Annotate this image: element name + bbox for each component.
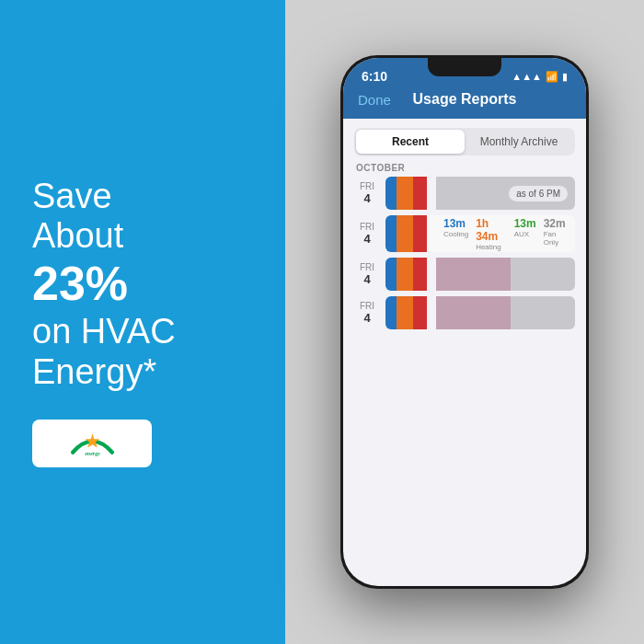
gray-segment xyxy=(511,296,575,329)
right-panel: 6:10 ▲▲▲ 📶 ▮ Done Usage Reports Recent M… xyxy=(285,0,644,644)
day-num: 4 xyxy=(354,272,380,286)
wifi-icon: 📶 xyxy=(546,71,558,83)
stat-item-aux: 13m AUX xyxy=(514,217,536,251)
stat-item-heating: 1h 34m Heating xyxy=(476,217,507,251)
fan-label: Fan Only xyxy=(544,230,568,247)
done-button[interactable]: Done xyxy=(358,92,391,108)
aux-segment xyxy=(413,296,427,329)
heating-value: 1h 34m xyxy=(476,217,507,243)
save-line1: Save xyxy=(32,177,112,215)
segment-control: Recent Monthly Archive xyxy=(354,128,575,155)
cooling-segment xyxy=(385,258,397,291)
day-label: FRI 4 xyxy=(354,301,380,325)
day-name: FRI xyxy=(354,181,380,191)
battery-icon: ▮ xyxy=(562,71,568,83)
left-panel: Save About 23% on HVAC Energy* energy xyxy=(0,0,285,644)
fan-value: 32m xyxy=(544,217,568,230)
day-label: FRI 4 xyxy=(354,222,380,246)
page-title: Usage Reports xyxy=(413,91,517,108)
usage-bar xyxy=(385,258,575,291)
table-row: FRI 4 13m Cooling xyxy=(354,215,575,252)
stats-group: 13m Cooling 1h 34m Heating 13m AUX xyxy=(436,217,575,251)
mauve-segment xyxy=(436,296,511,329)
save-text: Save About 23% on HVAC Energy* xyxy=(32,177,258,393)
energy-star-badge: energy xyxy=(32,420,152,467)
energy-star-icon: energy xyxy=(67,429,118,456)
tab-recent[interactable]: Recent xyxy=(356,130,465,154)
table-row: FRI 4 as of 6 PM xyxy=(354,177,575,210)
percent-value: 23% xyxy=(32,257,128,310)
table-row: FRI 4 xyxy=(354,296,575,329)
usage-bar: as of 6 PM xyxy=(385,177,575,210)
section-label: OCTOBER xyxy=(356,163,575,173)
energy-star-logo: energy xyxy=(67,429,118,456)
colored-segments xyxy=(385,177,436,210)
heating-segment xyxy=(397,177,413,210)
phone-screen: 6:10 ▲▲▲ 📶 ▮ Done Usage Reports Recent M… xyxy=(343,58,586,586)
aux-value: 13m xyxy=(514,217,536,230)
colored-segments xyxy=(385,258,436,291)
heating-label: Heating xyxy=(476,243,507,251)
colored-segments xyxy=(385,296,436,329)
save-line2: About xyxy=(32,216,123,255)
svg-marker-0 xyxy=(85,433,98,447)
day-name: FRI xyxy=(354,262,380,272)
app-header: Done Usage Reports xyxy=(343,84,586,119)
phone-mockup: 6:10 ▲▲▲ 📶 ▮ Done Usage Reports Recent M… xyxy=(340,55,589,589)
day-num: 4 xyxy=(354,232,380,246)
day-name: FRI xyxy=(354,301,380,311)
save-line4: Energy* xyxy=(32,352,156,391)
svg-text:energy: energy xyxy=(85,451,100,456)
cooling-label: Cooling xyxy=(443,230,468,238)
heating-segment xyxy=(397,258,413,291)
aux-label: AUX xyxy=(514,230,536,238)
as-of-badge: as of 6 PM xyxy=(509,186,568,201)
cooling-segment xyxy=(385,215,397,252)
day-label: FRI 4 xyxy=(354,262,380,286)
day-num: 4 xyxy=(354,191,380,205)
tab-monthly-archive[interactable]: Monthly Archive xyxy=(465,130,573,154)
content-area: OCTOBER FRI 4 as of 6 PM xyxy=(343,155,586,586)
aux-segment xyxy=(413,258,427,291)
aux-segment xyxy=(413,215,427,252)
aux-segment xyxy=(413,177,427,210)
cooling-segment xyxy=(385,296,397,329)
day-label: FRI 4 xyxy=(354,181,380,205)
colored-segments xyxy=(385,215,436,252)
day-num: 4 xyxy=(354,311,380,325)
stats-bar: 13m Cooling 1h 34m Heating 13m AUX xyxy=(385,215,575,252)
heating-segment xyxy=(397,215,413,252)
stat-item-cooling: 13m Cooling xyxy=(443,217,468,251)
cooling-value: 13m xyxy=(443,217,468,230)
save-line3: on HVAC xyxy=(32,312,176,351)
cooling-segment xyxy=(385,177,397,210)
signal-icon: ▲▲▲ xyxy=(512,71,542,82)
day-name: FRI xyxy=(354,222,380,232)
phone-notch xyxy=(428,58,501,76)
status-icons: ▲▲▲ 📶 ▮ xyxy=(512,71,568,83)
table-row: FRI 4 xyxy=(354,258,575,291)
usage-bar xyxy=(385,296,575,329)
heating-segment xyxy=(397,296,413,329)
bar-remainder: as of 6 PM xyxy=(436,177,575,210)
status-time: 6:10 xyxy=(362,69,387,84)
stat-item-fan: 32m Fan Only xyxy=(544,217,568,251)
gray-segment xyxy=(511,258,575,291)
mauve-segment xyxy=(436,258,511,291)
